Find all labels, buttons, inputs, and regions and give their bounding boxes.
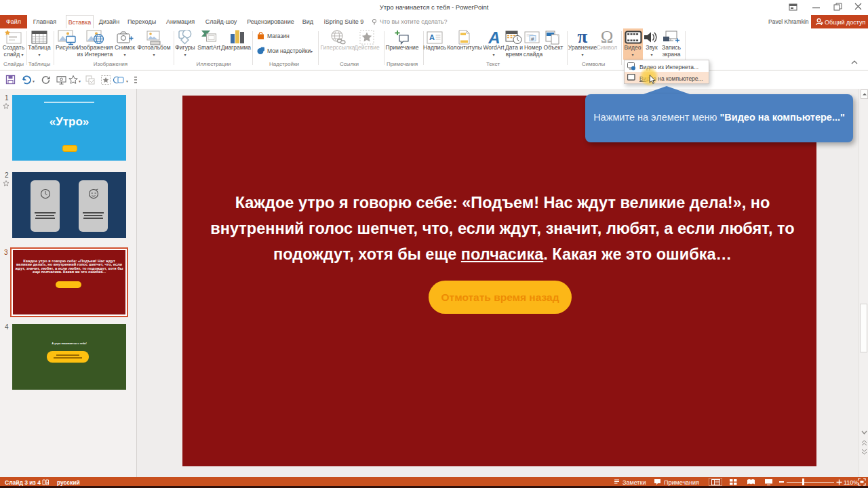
svg-text:я: я xyxy=(47,481,49,485)
svg-text:A: A xyxy=(429,33,435,41)
svg-text:#: # xyxy=(531,36,534,42)
